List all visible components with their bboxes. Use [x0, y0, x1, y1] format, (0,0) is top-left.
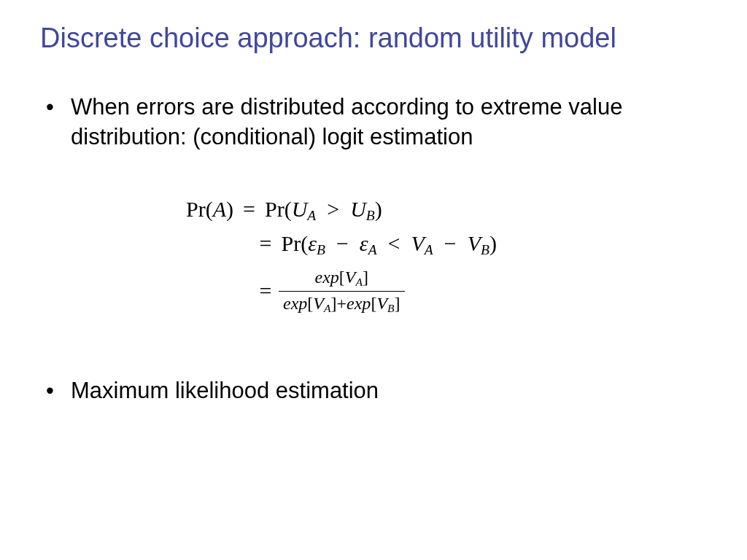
- right-bracket-3: ]: [395, 294, 400, 313]
- letter-v-5: V: [376, 294, 387, 313]
- close-paren: ): [226, 197, 233, 221]
- fraction: exp[VA] exp[VA]+exp[VB]: [279, 265, 405, 316]
- subscript-b-4: B: [387, 302, 395, 314]
- bullet-1: When errors are distributed according to…: [40, 92, 707, 153]
- close-paren-3: ): [489, 231, 497, 255]
- subscript-a-5: A: [324, 302, 331, 314]
- letter-a: A: [213, 197, 226, 221]
- letter-u-2: U: [350, 197, 366, 221]
- equation-line-1: Pr(A) = Pr(UA > UB): [186, 192, 707, 227]
- letter-v-2: V: [468, 231, 481, 255]
- equation-block: Pr(A) = Pr(UA > UB) = Pr(εB − εA < VA − …: [186, 192, 707, 316]
- body-list: When errors are distributed according to…: [40, 92, 707, 153]
- equals-sign-3: =: [255, 274, 276, 308]
- numerator: exp[VA]: [279, 267, 405, 291]
- left-bracket: [: [339, 268, 345, 287]
- equation-line-3: = exp[VA] exp[VA]+exp[VB]: [186, 265, 707, 316]
- letter-u: U: [292, 197, 308, 221]
- equation-line-2: = Pr(εB − εA < VA − VB): [186, 227, 707, 261]
- slide: Discrete choice approach: random utility…: [0, 0, 747, 560]
- subscript-a-4: A: [356, 276, 363, 288]
- letter-v-3: V: [345, 268, 356, 287]
- pr-open: Pr(: [186, 197, 213, 221]
- subscript-a-3: A: [425, 242, 433, 257]
- exp-1: exp: [315, 268, 339, 287]
- exp-2: exp: [283, 294, 307, 313]
- letter-v-4: V: [313, 294, 324, 313]
- body-list-2: Maximum likelihood estimation: [40, 376, 707, 406]
- subscript-a: A: [307, 208, 316, 223]
- letter-v: V: [411, 231, 425, 255]
- subscript-a-2: A: [368, 242, 377, 257]
- exp-3: exp: [347, 294, 371, 313]
- close-paren-2: ): [375, 197, 382, 221]
- minus-sign-2: −: [444, 231, 457, 255]
- denominator: exp[VA]+exp[VB]: [279, 291, 405, 316]
- subscript-b: B: [366, 208, 375, 223]
- subscript-b-3: B: [481, 242, 489, 257]
- less-than: <: [388, 231, 400, 255]
- epsilon-2: ε: [360, 231, 368, 255]
- slide-title: Discrete choice approach: random utility…: [40, 22, 707, 55]
- equals-sign-2: =: [255, 227, 276, 261]
- plus-sign: +: [337, 294, 347, 313]
- pr-open-3: Pr(: [282, 231, 309, 255]
- equals-sign: =: [239, 192, 260, 227]
- right-bracket-2: ]: [331, 294, 337, 313]
- epsilon: ε: [308, 231, 317, 255]
- bullet-2: Maximum likelihood estimation: [40, 376, 707, 406]
- pr-open-2: Pr(: [265, 197, 292, 221]
- greater-than: >: [327, 197, 339, 221]
- right-bracket: ]: [363, 268, 368, 287]
- minus-sign: −: [336, 231, 349, 255]
- subscript-b-2: B: [317, 242, 325, 257]
